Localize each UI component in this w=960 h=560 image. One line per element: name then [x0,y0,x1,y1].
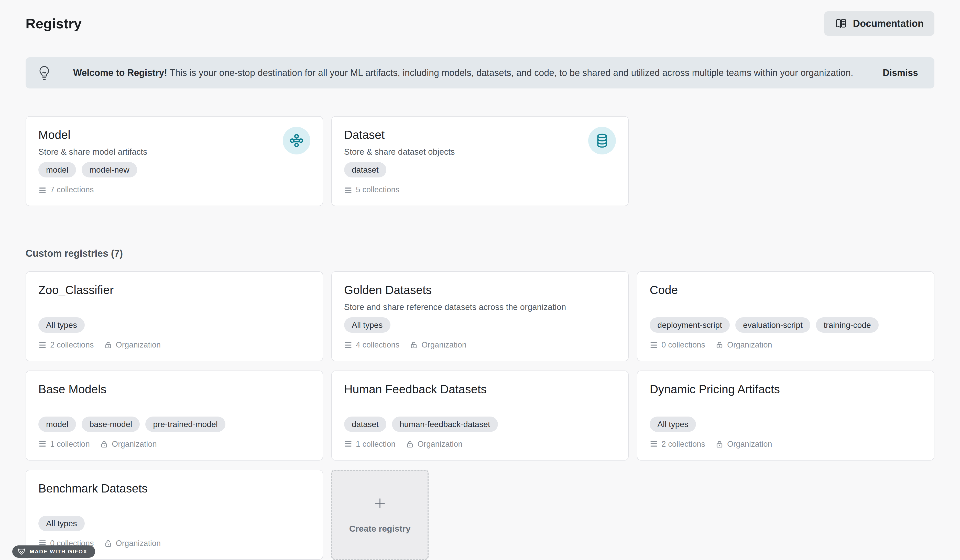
lock-icon [715,440,723,448]
visibility-label: Organization [100,440,157,449]
lock-icon [100,440,108,448]
registry-tag: human-feedback-dataset [392,416,498,432]
collections-count-label: 5 collections [356,185,400,194]
collections-count: 0 collections [650,340,705,349]
registry-card-title: Human Feedback Datasets [344,382,486,396]
custom-registries-heading: Custom registries (7) [26,248,934,259]
registry-card[interactable]: DatasetStore & share dataset objectsdata… [331,116,629,206]
core-registries-grid: ModelStore & share model artifactsmodelm… [26,116,934,206]
welcome-banner: Welcome to Registry! This is your one-st… [26,57,934,88]
registry-card-footer: 7 collections [38,185,310,194]
lock-icon [104,539,112,547]
collections-count: 5 collections [344,185,400,194]
collections-icon [38,440,46,448]
collections-count-label: 2 collections [50,340,94,349]
create-registry-label: Create registry [349,524,411,534]
registry-card-footer: 4 collectionsOrganization [344,340,616,349]
plus-icon [373,496,387,511]
registry-card-title: Golden Datasets [344,283,566,297]
custom-registries-grid: Zoo_ClassifierAll types2 collectionsOrga… [26,271,934,560]
collections-icon [38,341,46,349]
registry-tag: evaluation-script [735,317,810,333]
registry-tag: model [38,162,76,177]
collections-icon [344,341,352,349]
collections-icon [650,341,658,349]
lock-icon [715,341,723,349]
dismiss-button[interactable]: Dismiss [883,67,918,78]
collections-count-label: 1 collection [50,440,90,449]
registry-card[interactable]: Golden DatasetsStore and share reference… [331,271,629,361]
registry-card-footer: 1 collectionOrganization [344,440,616,449]
visibility-text: Organization [421,340,466,349]
registry-tag: All types [344,317,390,333]
registry-card-tags: modelmodel-new [38,162,310,177]
registry-card-title: Benchmark Datasets [38,482,148,496]
gifox-badge: MADE WITH GIFOX [12,546,95,558]
collections-icon [344,440,352,448]
registry-card-footer: 2 collectionsOrganization [650,440,922,449]
registry-card-description: Store and share reference datasets acros… [344,302,566,313]
visibility-text: Organization [727,340,772,349]
book-icon [835,18,847,30]
collections-count-label: 2 collections [661,440,705,449]
visibility-text: Organization [418,440,462,449]
registry-card-tags: All types [344,317,616,333]
create-registry-button[interactable]: Create registry [331,470,429,560]
visibility-label: Organization [715,440,772,449]
page-title: Registry [26,16,82,32]
registry-card[interactable]: Base Modelsmodelbase-modelpre-trained-mo… [26,370,323,461]
registry-card-footer: 5 collections [344,185,616,194]
registry-tag: training-code [816,317,878,333]
registry-card[interactable]: Human Feedback Datasetsdatasethuman-feed… [331,370,629,461]
lock-icon [406,440,414,448]
registry-card-title: Model [38,128,147,142]
registry-card-tags: modelbase-modelpre-trained-model [38,416,310,432]
model-icon-circle [283,127,310,155]
collections-icon [650,440,658,448]
visibility-label: Organization [715,340,772,349]
visibility-label: Organization [104,340,161,349]
registry-card-title: Base Models [38,382,106,396]
registry-tag: All types [38,317,85,333]
collections-icon [344,186,352,194]
visibility-text: Organization [727,440,772,449]
collections-count: 1 collection [38,440,90,449]
collections-count-label: 1 collection [356,440,395,449]
database-icon [594,133,610,148]
registry-tag: model-new [82,162,137,177]
collections-count: 4 collections [344,340,400,349]
registry-card-footer: 1 collectionOrganization [38,440,310,449]
registry-card[interactable]: ModelStore & share model artifactsmodelm… [26,116,323,206]
collections-count: 2 collections [650,440,705,449]
visibility-label: Organization [406,440,462,449]
collections-count: 1 collection [344,440,395,449]
collections-count-label: 7 collections [50,185,94,194]
welcome-banner-text: Welcome to Registry! This is your one-st… [73,67,869,79]
registry-tag: dataset [344,416,386,432]
registry-card-tags: datasethuman-feedback-dataset [344,416,616,432]
collections-count-label: 4 collections [356,340,400,349]
visibility-label: Organization [104,539,161,548]
registry-tag: base-model [82,416,140,432]
fox-icon [18,548,26,555]
registry-card[interactable]: Dynamic Pricing ArtifactsAll types2 coll… [637,370,934,461]
gifox-badge-label: MADE WITH GIFOX [30,549,88,555]
collections-count: 2 collections [38,340,94,349]
documentation-label: Documentation [853,18,924,29]
registry-card-title: Dynamic Pricing Artifacts [650,382,780,396]
collections-icon [38,186,46,194]
database-icon-circle [588,127,616,155]
registry-card-title: Code [650,283,678,297]
registry-card-tags: All types [38,317,310,333]
registry-card[interactable]: Codedeployment-scriptevaluation-scripttr… [637,271,934,361]
registry-tag: model [38,416,76,432]
lightbulb-icon [38,65,51,81]
documentation-button[interactable]: Documentation [824,11,934,36]
registry-card-footer: 0 collectionsOrganization [650,340,922,349]
visibility-text: Organization [112,440,157,449]
lock-icon [104,341,112,349]
lock-icon [410,341,418,349]
registry-card[interactable]: Zoo_ClassifierAll types2 collectionsOrga… [26,271,323,361]
registry-card-description: Store & share dataset objects [344,147,455,158]
registry-card-tags: deployment-scriptevaluation-scripttraini… [650,317,922,333]
